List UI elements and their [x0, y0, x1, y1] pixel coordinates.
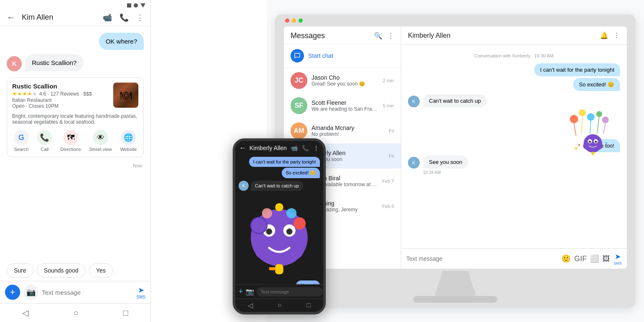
chat-more-icon[interactable]: ⋮	[613, 31, 620, 39]
center-back-button[interactable]: ←	[239, 144, 246, 152]
center-avatar: K	[239, 181, 249, 191]
gif-icon[interactable]: GIF	[574, 254, 587, 263]
desktop-bubble-party: I can't wait for the party tonight	[534, 63, 620, 76]
call-action[interactable]: 📞 Call	[37, 130, 52, 152]
desktop-send-button[interactable]: ➤ SMS	[613, 252, 622, 265]
quick-reply-sounds-good[interactable]: Sounds good	[37, 263, 86, 278]
bubble-ok-where: OK where?	[99, 33, 144, 50]
svg-rect-13	[269, 267, 275, 270]
restaurant-actions: G Search 📞 Call 🗺 Directions 👁 Street vi…	[12, 130, 138, 152]
android-nav-bar: ◁ ○ □	[0, 303, 151, 322]
conv-time-julien: Feb 7	[382, 179, 394, 184]
street-view-label: Street view	[89, 147, 112, 152]
conv-item-jason[interactable]: JC Jason Cho Great! See you soon 😊 2 min	[284, 68, 401, 93]
svg-point-9	[286, 208, 296, 218]
desktop-message-input[interactable]	[406, 255, 558, 262]
restaurant-name: Rustic Scallion	[12, 83, 92, 90]
add-button[interactable]: +	[5, 285, 20, 300]
quick-reply-yes[interactable]: Yes	[89, 263, 113, 278]
camera-button[interactable]: 📷	[23, 285, 39, 300]
search-label: Search	[14, 147, 29, 152]
center-home-nav[interactable]: ○	[278, 301, 282, 309]
svg-point-7	[262, 208, 272, 218]
restaurant-type: Italian Restaurant	[12, 97, 92, 103]
svg-rect-32	[578, 144, 580, 146]
start-chat-row[interactable]: Start chat	[284, 44, 401, 68]
svg-rect-33	[605, 142, 608, 144]
center-more-icon[interactable]: ⋮	[313, 145, 319, 151]
website-action[interactable]: 🌐 Website	[120, 130, 137, 152]
notification-bell-icon[interactable]: 🔔	[600, 31, 608, 39]
sidebar-header: Messages 🔍 ⋮	[284, 26, 401, 44]
search-action[interactable]: G Search	[14, 130, 29, 152]
street-view-action[interactable]: 👁 Street view	[89, 130, 112, 152]
bubble-rustic: Rustic Scallion?	[25, 54, 83, 71]
avatar-jason: JC	[291, 72, 307, 89]
back-nav-button[interactable]: ◁	[22, 308, 29, 318]
conv-name-amanda: Amanda Mcnary	[312, 125, 384, 131]
center-recents-nav[interactable]: □	[307, 301, 311, 309]
home-nav-button[interactable]: ○	[73, 308, 78, 318]
restaurant-rating-text: 4.6 · 127 Reviews · $$$	[39, 91, 91, 97]
directions-action[interactable]: 🗺 Directions	[60, 130, 81, 152]
center-camera-button[interactable]: 📷	[246, 288, 254, 296]
sticker-icon[interactable]: ⬜	[590, 254, 599, 263]
back-button[interactable]: ←	[7, 13, 15, 22]
traffic-light-yellow	[292, 18, 296, 23]
restaurant-description: Bright, contemporary locale featuring ha…	[12, 113, 138, 125]
desktop-see-you-group: K See you soon 10:34 AM	[408, 156, 620, 175]
conv-item-scott[interactable]: SF Scott Fleener We are heading to San F…	[284, 93, 401, 118]
desktop-avatar-kimberly: K	[408, 96, 420, 107]
message-input[interactable]	[42, 289, 133, 296]
call-icon[interactable]: 📞	[119, 13, 129, 22]
image-icon[interactable]: 🖼	[602, 254, 610, 263]
status-icon-3	[140, 3, 145, 8]
conv-info-jason: Jason Cho Great! See you soon 😊	[312, 74, 379, 87]
svg-point-28	[595, 141, 597, 143]
center-video-icon[interactable]: 📹	[291, 145, 298, 151]
svg-rect-12	[275, 264, 283, 274]
center-message-input[interactable]	[257, 287, 323, 296]
center-plus-button[interactable]: +	[239, 287, 243, 296]
google-search-icon: G	[14, 130, 29, 145]
svg-point-18	[587, 113, 595, 121]
center-back-nav[interactable]: ◁	[248, 301, 253, 309]
desktop-bubble-catch-up: Can't wait to catch up	[423, 94, 487, 107]
center-phone-header: ← Kimberly Allen 📹 📞 ⋮	[235, 141, 323, 153]
center-bubble-excited: So excited! 😊	[282, 168, 320, 178]
quick-reply-sure[interactable]: Sure	[7, 263, 34, 278]
center-send-button[interactable]: ➤ SMS	[325, 286, 326, 297]
street-view-icon: 👁	[93, 130, 108, 145]
traffic-light-red	[285, 18, 289, 23]
emoji-icon[interactable]: 🙂	[561, 254, 571, 263]
recents-nav-button[interactable]: □	[123, 308, 128, 318]
center-header-icons: 📹 📞 ⋮	[291, 145, 319, 151]
send-sms-button[interactable]: ➤ SMS	[136, 286, 145, 299]
video-call-icon[interactable]: 📹	[103, 13, 112, 22]
sticker-area	[239, 195, 320, 276]
center-input-bar: + 📷 ➤ SMS	[235, 284, 323, 299]
status-icon-2	[134, 3, 138, 8]
sidebar-more-icon[interactable]: ⋮	[387, 32, 394, 40]
center-bubble-catch-up: Can't wait to catch up	[251, 181, 303, 191]
desktop-received-time: 10:34 AM	[423, 170, 441, 175]
sidebar-search-icon[interactable]: 🔍	[374, 32, 382, 40]
avatar-kim: K	[7, 56, 22, 71]
chat-messages: OK where? K Rustic Scallion? Rustic Scal…	[0, 26, 151, 263]
restaurant-image: 🍽	[113, 83, 138, 108]
center-sent-group: I can't wait for the party tonight So ex…	[239, 157, 320, 178]
center-chat-messages: I can't wait for the party tonight So ex…	[235, 153, 323, 284]
desktop-send-icon: ➤	[615, 252, 621, 261]
conv-time-scott: 5 min	[383, 103, 394, 108]
svg-point-4	[286, 229, 293, 235]
conversation-date: Conversation with Kimberly · 10:30 AM	[408, 53, 620, 58]
conv-name-scott: Scott Fleener	[312, 99, 379, 106]
contact-name: Kim Allen	[22, 13, 96, 22]
center-android-nav: ◁ ○ □	[235, 299, 323, 312]
phone-center-dark: ← Kimberly Allen 📹 📞 ⋮ I can't wait for …	[233, 138, 326, 314]
restaurant-card: Rustic Scallion ★★★★★ 4.6 · 127 Reviews …	[7, 77, 144, 157]
monitor-base	[413, 296, 497, 303]
more-options-icon[interactable]: ⋮	[136, 13, 144, 22]
conv-preview-scott: We are heading to San Francisco	[312, 106, 379, 112]
center-call-icon[interactable]: 📞	[302, 145, 309, 151]
